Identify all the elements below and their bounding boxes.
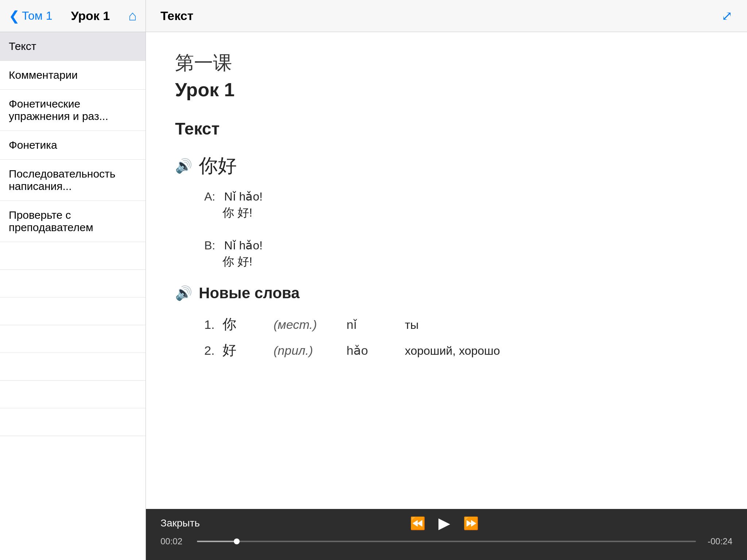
dialog-line-a: A: Nǐ hǎo! 你 好! [204,190,718,221]
dialog-audio-icon[interactable]: 🔊 [175,158,192,174]
sidebar-empty-6 [0,381,146,408]
sidebar-item-text[interactable]: Текст [0,32,146,61]
player-progress-bar[interactable] [197,541,696,542]
vocab-pinyin-1: nǐ [347,317,405,332]
player-current-time: 00:02 [160,536,190,547]
vocab-chinese-1: 你 [222,315,274,334]
dialog-line-b: B: Nǐ hǎo! 你 好! [204,238,718,270]
audio-player: Закрыть ⏪ ▶ ⏩ 00:02 -00:24 [146,509,747,560]
sidebar: Текст Комментарии Фонетические упражнени… [0,32,146,560]
top-bar-left: ❮ Том 1 Урок 1 ⌂ [0,0,146,32]
sidebar-item-check-with-teacher[interactable]: Проверьте с преподавателем [0,201,146,242]
vocab-chinese-2: 好 [222,341,274,359]
player-progress-thumb [234,538,240,544]
dialog-pinyin-a: Nǐ hǎo! [224,190,262,203]
sidebar-empty-3 [0,298,146,325]
back-label[interactable]: Том 1 [22,9,53,23]
top-navigation-bar: ❮ Том 1 Урок 1 ⌂ Текст ⤢ [0,0,747,32]
sidebar-empty-4 [0,325,146,353]
new-words-label: Новые слова [199,284,299,302]
dialog-pinyin-b: Nǐ hǎo! [224,239,262,252]
top-bar-right: Текст ⤢ [146,0,747,32]
sidebar-empty-7 [0,408,146,436]
dialog-block: A: Nǐ hǎo! 你 好! B: Nǐ hǎo! 你 好! [204,190,718,270]
lesson-chinese-heading: 第一课 [175,50,718,76]
vocab-type-1: (мест.) [274,318,347,332]
home-icon[interactable]: ⌂ [128,8,137,24]
new-words-heading: 🔊 Новые слова [175,284,718,302]
dialog-chinese-b: 你 好! [222,254,718,270]
lesson-title: Урок 1 [71,9,110,23]
dialog-audio-row: 🔊 你好 [175,153,718,179]
vocabulary-table: 1. 你 (мест.) nǐ ты 2. 好 (прил.) hǎo хоро… [204,315,718,359]
sidebar-empty-2 [0,270,146,298]
sidebar-item-phonetics[interactable]: Фонетика [0,131,146,160]
main-content: Текст Комментарии Фонетические упражнени… [0,32,747,560]
dialog-chinese-a: 你 好! [222,205,718,221]
dialog-chinese-title: 你好 [199,153,237,179]
sidebar-empty-1 [0,242,146,270]
player-controls: ⏪ ▶ ⏩ [410,514,479,532]
vocab-type-2: (прил.) [274,343,347,358]
player-top-row: Закрыть ⏪ ▶ ⏩ [160,514,732,532]
text-section-heading: Текст [175,119,718,139]
back-navigation[interactable]: ❮ Том 1 [9,9,53,23]
vocab-pinyin-2: hǎo [347,343,405,358]
vocab-meaning-2: хороший, хорошо [405,344,500,358]
sidebar-item-phonetics-exercises[interactable]: Фонетические упражнения и раз... [0,90,146,131]
player-play-button[interactable]: ▶ [438,514,450,532]
sidebar-item-stroke-order[interactable]: Последовательность написания... [0,160,146,201]
vocab-row-2: 2. 好 (прил.) hǎo хороший, хорошо [204,341,718,359]
dialog-label-b: B: [204,239,222,252]
player-bottom-row: 00:02 -00:24 [160,536,732,547]
player-rewind-button[interactable]: ⏪ [410,516,425,530]
back-arrow-icon[interactable]: ❮ [9,9,20,23]
player-close-button[interactable]: Закрыть [160,517,200,529]
section-title: Текст [160,9,193,23]
content-area: 第一课 Урок 1 Текст 🔊 你好 A: Nǐ hǎo! 你 好! B:… [146,32,747,560]
vocab-meaning-1: ты [405,318,419,332]
expand-icon[interactable]: ⤢ [721,8,732,24]
player-end-time: -00:24 [703,536,732,547]
new-words-audio-icon[interactable]: 🔊 [175,285,192,301]
dialog-label-a: A: [204,190,222,203]
vocab-num-2: 2. [204,343,222,358]
sidebar-empty-5 [0,353,146,381]
player-forward-button[interactable]: ⏩ [463,516,479,530]
vocab-row-1: 1. 你 (мест.) nǐ ты [204,315,718,334]
sidebar-item-comments[interactable]: Комментарии [0,61,146,90]
vocab-num-1: 1. [204,318,222,332]
lesson-russian-heading: Урок 1 [175,79,718,101]
player-progress-fill [197,541,237,542]
